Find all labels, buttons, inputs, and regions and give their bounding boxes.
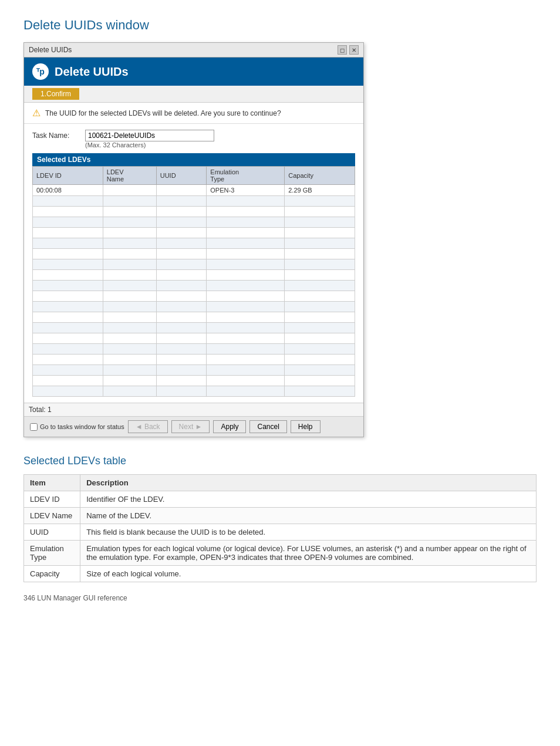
dialog-body: Task Name: (Max. 32 Characters) Selected… [24, 124, 363, 403]
list-item: UUIDThis field is blank because the UUID… [24, 524, 537, 541]
dialog-steps: 1.Confirm [24, 86, 363, 103]
ref-item-description: Size of each logical volume. [80, 566, 537, 582]
table-row [33, 376, 355, 386]
table-row [33, 312, 355, 323]
col-ldev-id: LDEV ID [33, 167, 103, 185]
table-row [33, 302, 355, 312]
col-emulation-type: EmulationType [207, 167, 285, 185]
dialog-actions: Go to tasks window for status ◄ Back Nex… [24, 416, 363, 437]
ref-item-label: LDEV Name [24, 508, 80, 524]
table-row [33, 291, 355, 302]
table-row: 00:00:08OPEN-32.29 GB [33, 185, 355, 196]
next-button[interactable]: Next ► [171, 420, 210, 433]
ref-item-label: Emulation Type [24, 541, 80, 566]
table-row [33, 333, 355, 344]
ref-item-description: Identifier OF the LDEV. [80, 491, 537, 508]
task-name-hint: (Max. 32 Characters) [85, 141, 214, 148]
selected-ldevs-header: Selected LDEVs [32, 153, 355, 166]
ldevs-table: LDEV ID LDEVName UUID EmulationType Capa… [32, 166, 355, 397]
ref-item-label: UUID [24, 524, 80, 541]
page-footer: 346 LUN Manager GUI reference [23, 594, 537, 602]
dialog-header-title: Delete UUIDs [55, 65, 129, 79]
hp-logo: ᵀp [32, 63, 49, 80]
ref-col-item: Item [24, 475, 80, 491]
table-row [33, 281, 355, 291]
table-row [33, 270, 355, 281]
dialog-titlebar-label: Delete UUIDs [29, 46, 72, 54]
ref-col-description: Description [80, 475, 537, 491]
table-row [33, 344, 355, 355]
table-row [33, 249, 355, 259]
ref-item-description: Emulation types for each logical volume … [80, 541, 537, 566]
table-row [33, 228, 355, 238]
warning-text: The UUID for the selected LDEVs will be … [45, 109, 281, 117]
ref-item-description: This field is blank because the UUID is … [80, 524, 537, 541]
dialog-titlebar: Delete UUIDs ◻ ✕ [24, 43, 363, 58]
task-name-row: Task Name: (Max. 32 Characters) [32, 130, 355, 148]
table-row [33, 386, 355, 397]
reference-table: Item Description LDEV IDIdentifier OF th… [23, 474, 537, 582]
col-capacity: Capacity [285, 167, 355, 185]
dialog-header: ᵀp Delete UUIDs [24, 58, 363, 86]
dialog-window: Delete UUIDs ◻ ✕ ᵀp Delete UUIDs 1.Confi… [23, 42, 364, 437]
table-row [33, 323, 355, 333]
step-confirm-tab[interactable]: 1.Confirm [32, 88, 79, 100]
ref-item-description: Name of the LDEV. [80, 508, 537, 524]
selected-ldevs-section: Selected LDEVs LDEV ID LDEVName UUID Emu… [32, 153, 355, 397]
apply-button[interactable]: Apply [213, 420, 246, 433]
table-row [33, 238, 355, 249]
col-uuid: UUID [156, 167, 207, 185]
task-name-input[interactable] [85, 130, 214, 141]
titlebar-buttons: ◻ ✕ [338, 45, 359, 55]
list-item: CapacitySize of each logical volume. [24, 566, 537, 582]
table-row [33, 217, 355, 228]
help-button[interactable]: Help [291, 420, 321, 433]
reference-section-title: Selected LDEVs table [23, 455, 537, 467]
ldevs-table-header-row: LDEV ID LDEVName UUID EmulationType Capa… [33, 167, 355, 185]
goto-tasks-label: Go to tasks window for status [30, 423, 124, 431]
table-row [33, 365, 355, 376]
col-ldev-name: LDEVName [103, 167, 156, 185]
back-button[interactable]: ◄ Back [128, 420, 168, 433]
goto-tasks-checkbox[interactable] [30, 423, 38, 431]
warning-icon: ⚠ [32, 107, 41, 119]
list-item: LDEV IDIdentifier OF the LDEV. [24, 491, 537, 508]
ref-item-label: LDEV ID [24, 491, 80, 508]
table-row [33, 259, 355, 270]
ref-table-header-row: Item Description [24, 475, 537, 491]
dialog-footer-total: Total: 1 [24, 403, 363, 416]
task-name-label: Task Name: [32, 130, 79, 140]
cancel-button[interactable]: Cancel [249, 420, 286, 433]
ref-item-label: Capacity [24, 566, 80, 582]
task-name-input-group: (Max. 32 Characters) [85, 130, 214, 148]
list-item: LDEV NameName of the LDEV. [24, 508, 537, 524]
table-row [33, 196, 355, 207]
restore-button[interactable]: ◻ [338, 45, 347, 55]
close-button[interactable]: ✕ [349, 45, 359, 55]
table-row [33, 355, 355, 365]
list-item: Emulation TypeEmulation types for each l… [24, 541, 537, 566]
dialog-warning: ⚠ The UUID for the selected LDEVs will b… [24, 103, 363, 124]
table-row [33, 207, 355, 217]
page-title: Delete UUIDs window [23, 18, 537, 33]
